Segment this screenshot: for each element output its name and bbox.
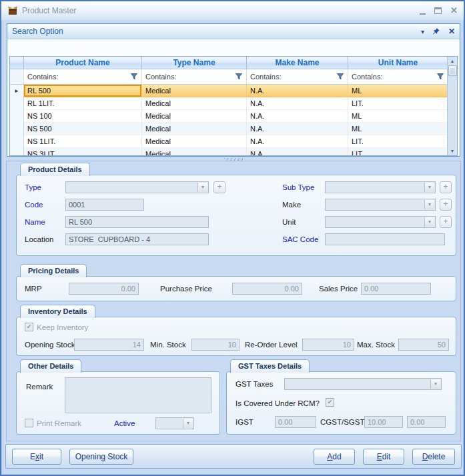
grid-vertical-scrollbar[interactable]: ▲ ▼	[447, 57, 457, 155]
cell-type-name[interactable]: Medical	[142, 123, 247, 135]
maximize-button[interactable]	[434, 7, 442, 14]
title-bar[interactable]: Product Master ✕	[1, 1, 464, 20]
cell-type-name[interactable]: Medical	[142, 97, 247, 110]
column-header-type-name[interactable]: Type Name	[142, 57, 247, 69]
gst-taxes-dropdown[interactable]: -- Select -- ▾	[284, 378, 442, 390]
chevron-down-icon[interactable]: ▾	[424, 183, 434, 192]
filter-label: Contains:	[27, 73, 58, 81]
cell-type-name[interactable]: Medical	[142, 110, 247, 123]
make-dropdown[interactable]: N.A. ▾	[325, 199, 436, 211]
cell-unit-name[interactable]: LIT.	[348, 97, 447, 110]
filter-make-name[interactable]: Contains:	[247, 69, 348, 85]
chevron-down-icon[interactable]: ▾	[421, 28, 424, 35]
filter-funnel-icon[interactable]	[436, 73, 444, 81]
cell-unit-name[interactable]: ML	[348, 110, 447, 123]
add-sub-type-button[interactable]: +	[440, 181, 452, 193]
scroll-up-button[interactable]: ▲	[448, 57, 457, 65]
sub-type-dropdown[interactable]: Surgical ▾	[325, 181, 436, 193]
mrp-field[interactable]: 0.00	[69, 283, 139, 295]
filter-unit-name[interactable]: Contains:	[348, 69, 447, 85]
cell-product-name[interactable]: NS 3LIT.	[24, 148, 142, 155]
cell-unit-name[interactable]: ML	[348, 123, 447, 135]
opening-stock-field[interactable]: 14	[74, 339, 144, 351]
delete-button[interactable]: Delete	[412, 449, 455, 465]
sales-price-field[interactable]: 0.00	[361, 283, 431, 295]
cell-product-name[interactable]: RL 500	[24, 85, 142, 97]
cell-make-name[interactable]: N.A.	[247, 135, 348, 148]
filter-product-name[interactable]: Contains:	[24, 69, 142, 85]
scrollbar-track[interactable]	[448, 76, 457, 147]
min-stock-field[interactable]: 10	[191, 339, 240, 351]
add-unit-button[interactable]: +	[440, 216, 452, 228]
type-dropdown[interactable]: Medical ▾	[65, 181, 209, 193]
close-button[interactable]: ✕	[450, 6, 458, 15]
cell-product-name[interactable]: NS 1LIT.	[24, 135, 142, 148]
filter-type-name[interactable]: Contains:	[142, 69, 247, 85]
scrollbar-thumb[interactable]	[448, 65, 457, 76]
search-results-grid: Product Name Type Name Make Name Unit Na…	[9, 56, 458, 156]
cell-product-name[interactable]: NS 100	[24, 110, 142, 123]
table-row[interactable]: NS 3LIT. Medical N.A. LIT.	[10, 148, 447, 155]
column-header-unit-name[interactable]: Unit Name	[348, 57, 447, 69]
print-remark-checkbox[interactable]	[25, 419, 33, 427]
cell-unit-name[interactable]: ML	[348, 85, 447, 97]
table-row[interactable]: NS 100 Medical N.A. ML	[10, 110, 447, 123]
cell-make-name[interactable]: N.A.	[247, 97, 348, 110]
keep-inventory-checkbox[interactable]: ✔	[25, 323, 33, 331]
table-row[interactable]: NS 500 Medical N.A. ML	[10, 123, 447, 135]
add-type-button[interactable]: +	[213, 181, 225, 193]
name-field[interactable]: RL 500	[65, 216, 209, 228]
cell-unit-name[interactable]: LIT.	[348, 135, 447, 148]
cell-type-name[interactable]: Medical	[142, 85, 247, 97]
table-row[interactable]: RL 1LIT. Medical N.A. LIT.	[10, 97, 447, 110]
cell-unit-name[interactable]: LIT.	[348, 148, 447, 155]
column-header-product-name[interactable]: Product Name	[24, 57, 142, 69]
panel-close-icon[interactable]: ✕	[448, 27, 455, 36]
column-header-make-name[interactable]: Make Name	[247, 57, 348, 69]
code-field[interactable]: 0001	[65, 199, 144, 211]
add-make-button[interactable]: +	[440, 199, 452, 211]
chevron-down-icon[interactable]: ▾	[197, 183, 207, 192]
table-row[interactable]: NS 1LIT. Medical N.A. LIT.	[10, 135, 447, 148]
cell-type-name[interactable]: Medical	[142, 148, 247, 155]
header-indicator-cell	[10, 57, 24, 69]
location-field[interactable]: STORE CUPBOARD - 4	[65, 233, 209, 245]
table-row-selected[interactable]: ► RL 500 Medical N.A. ML	[10, 85, 447, 97]
reorder-level-field[interactable]: 10	[302, 339, 354, 351]
exit-button[interactable]: Exit	[12, 449, 61, 465]
check-icon: ✔	[326, 399, 334, 406]
scroll-down-button[interactable]: ▼	[448, 147, 457, 155]
purchase-price-field[interactable]: 0.00	[232, 283, 302, 295]
opening-stock-button[interactable]: Opening Stock	[69, 449, 133, 465]
filter-funnel-icon[interactable]	[235, 73, 243, 81]
cell-make-name[interactable]: N.A.	[247, 123, 348, 135]
chevron-down-icon[interactable]: ▾	[424, 217, 434, 227]
remark-textarea[interactable]	[65, 377, 211, 413]
cell-make-name[interactable]: N.A.	[247, 85, 348, 97]
make-label: Make	[282, 201, 301, 209]
search-option-header[interactable]: Search Option ▾ ✕	[7, 24, 460, 39]
row-indicator	[10, 110, 24, 123]
chevron-down-icon[interactable]: ▾	[430, 379, 440, 389]
sgst-field[interactable]: 0.00	[407, 416, 446, 428]
minimize-button[interactable]	[420, 13, 426, 15]
max-stock-field[interactable]: 50	[398, 339, 449, 351]
pin-icon[interactable]	[432, 27, 440, 35]
rcm-checkbox[interactable]: ✔	[326, 398, 334, 407]
sac-code-field[interactable]	[325, 233, 445, 245]
chevron-down-icon[interactable]: ▾	[424, 200, 434, 209]
cgst-field[interactable]: 10.00	[364, 416, 403, 428]
cell-make-name[interactable]: N.A.	[247, 110, 348, 123]
filter-funnel-icon[interactable]	[130, 73, 138, 81]
cell-type-name[interactable]: Medical	[142, 135, 247, 148]
cell-make-name[interactable]: N.A.	[247, 148, 348, 155]
cell-product-name[interactable]: RL 1LIT.	[24, 97, 142, 110]
chevron-down-icon[interactable]: ▾	[183, 419, 193, 428]
edit-button[interactable]: Edit	[363, 449, 404, 465]
filter-funnel-icon[interactable]	[336, 73, 344, 81]
unit-dropdown[interactable]: ML ▾	[325, 216, 436, 228]
active-dropdown[interactable]: Yes ▾	[155, 417, 194, 429]
cell-product-name[interactable]: NS 500	[24, 123, 142, 135]
add-button[interactable]: Add	[314, 449, 355, 465]
igst-field[interactable]: 0.00	[275, 416, 316, 428]
